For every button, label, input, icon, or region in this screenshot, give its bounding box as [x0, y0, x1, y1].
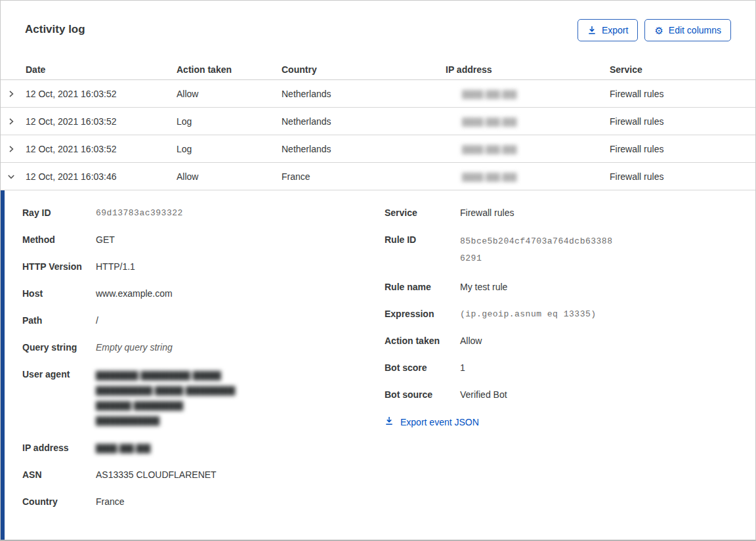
export-button-label: Export: [602, 25, 628, 35]
export-button[interactable]: Export: [578, 19, 638, 41]
row-action: Log: [177, 116, 282, 127]
event-details-panel: Ray ID 69d13783ac393322 Method GET HTTP …: [1, 190, 755, 540]
detail-rule-id: Rule ID 85bce5b204cf4703a764dcb633886291: [385, 233, 755, 267]
detail-ray-id: Ray ID 69d13783ac393322: [22, 206, 385, 220]
detail-path: Path /: [22, 314, 385, 328]
column-header-service: Service: [610, 64, 755, 75]
download-icon: [385, 416, 394, 427]
column-header-action: Action taken: [177, 64, 282, 75]
detail-asn: ASN AS13335 CLOUDFLARENET: [22, 468, 385, 482]
detail-country: Country France: [22, 495, 385, 509]
page-title: Activity log: [25, 19, 85, 36]
chevron-right-icon[interactable]: [1, 117, 26, 126]
row-ip-redacted: ▇▇▇.▇▇.▇▇: [446, 171, 610, 182]
chevron-down-icon[interactable]: [1, 172, 26, 181]
detail-host: Host www.example.com: [22, 287, 385, 301]
detail-bot-source: Bot source Verified Bot: [385, 388, 755, 402]
row-ip-redacted: ▇▇▇.▇▇.▇▇: [446, 116, 610, 127]
export-event-json-link[interactable]: Export event JSON: [385, 416, 479, 427]
row-date: 12 Oct, 2021 16:03:52: [26, 144, 177, 154]
row-service: Firewall rules: [610, 116, 755, 127]
row-date: 12 Oct, 2021 16:03:52: [26, 89, 177, 99]
chevron-right-icon[interactable]: [1, 144, 26, 154]
detail-service: Service Firewall rules: [385, 206, 755, 220]
detail-http-version: HTTP Version HTTP/1.1: [22, 260, 385, 274]
row-ip-redacted: ▇▇▇.▇▇.▇▇: [446, 144, 610, 154]
column-header-date: Date: [26, 64, 177, 75]
table-header: Date Action taken Country IP address Ser…: [1, 60, 755, 80]
edit-columns-button-label: Edit columns: [669, 25, 721, 35]
edit-columns-button[interactable]: ⚙ Edit columns: [644, 19, 731, 41]
row-date: 12 Oct, 2021 16:03:46: [26, 171, 177, 182]
row-action: Allow: [177, 171, 282, 182]
detail-bot-score: Bot score 1: [385, 361, 755, 375]
activity-row[interactable]: 12 Oct, 2021 16:03:52 Log Netherlands ▇▇…: [1, 108, 755, 135]
activity-log-panel: Activity log Export ⚙ Edit columns Date …: [0, 0, 756, 541]
chevron-right-icon[interactable]: [1, 89, 26, 98]
activity-row-expanded[interactable]: 12 Oct, 2021 16:03:46 Allow France ▇▇▇.▇…: [1, 163, 755, 190]
row-service: Firewall rules: [610, 171, 755, 182]
row-service: Firewall rules: [610, 144, 755, 154]
row-action: Allow: [177, 89, 282, 99]
detail-user-agent: User agent ▇▇▇▇▇▇ ▇▇▇▇▇▇▇ ▇▇▇▇ ▇▇▇▇▇▇▇▇ …: [22, 368, 385, 428]
row-country: Netherlands: [282, 89, 446, 99]
detail-query-string: Query string Empty query string: [22, 341, 385, 355]
column-header-country: Country: [282, 64, 446, 75]
detail-ip-address: IP address ▇▇▇.▇▇.▇▇: [22, 441, 385, 455]
row-service: Firewall rules: [610, 89, 755, 99]
row-date: 12 Oct, 2021 16:03:52: [26, 116, 177, 127]
gear-icon: ⚙: [654, 26, 663, 35]
activity-row[interactable]: 12 Oct, 2021 16:03:52 Allow Netherlands …: [1, 80, 755, 108]
toolbar: Export ⚙ Edit columns: [578, 19, 731, 41]
row-action: Log: [177, 144, 282, 154]
activity-row[interactable]: 12 Oct, 2021 16:03:52 Log Netherlands ▇▇…: [1, 135, 755, 163]
row-country: France: [282, 171, 446, 182]
detail-method: Method GET: [22, 233, 385, 247]
event-details-right-column: Service Firewall rules Rule ID 85bce5b20…: [385, 206, 755, 540]
row-ip-redacted: ▇▇▇.▇▇.▇▇: [446, 89, 610, 99]
detail-action-taken: Action taken Allow: [385, 334, 755, 348]
panel-header: Activity log Export ⚙ Edit columns: [1, 1, 755, 60]
event-details-left-column: Ray ID 69d13783ac393322 Method GET HTTP …: [22, 206, 385, 540]
user-agent-redacted: ▇▇▇▇▇▇ ▇▇▇▇▇▇▇ ▇▇▇▇ ▇▇▇▇▇▇▇▇ ▇▇▇▇ ▇▇▇▇▇▇…: [96, 368, 235, 428]
export-event-json-label: Export event JSON: [400, 417, 479, 427]
detail-rule-name: Rule name My test rule: [385, 280, 755, 294]
row-country: Netherlands: [282, 144, 446, 154]
download-icon: [587, 26, 597, 35]
detail-expression: Expression (ip.geoip.asnum eq 13335): [385, 307, 755, 321]
column-header-ip: IP address: [446, 64, 610, 75]
row-country: Netherlands: [282, 116, 446, 127]
